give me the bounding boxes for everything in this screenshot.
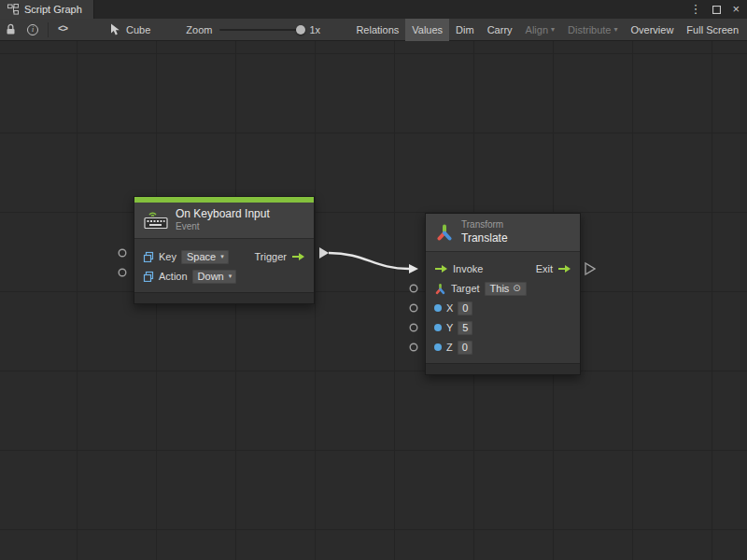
zoom-value: 1x xyxy=(309,24,320,35)
node-header[interactable]: Transform Translate xyxy=(426,214,580,252)
action-dropdown[interactable]: Down ▾ xyxy=(192,270,237,284)
y-field[interactable]: 5 xyxy=(458,321,472,335)
node-footer xyxy=(426,363,580,374)
enum-icon xyxy=(143,251,154,262)
number-port-icon xyxy=(434,343,442,351)
translate-node[interactable]: Transform Translate Invoke Exit xyxy=(425,213,581,375)
graph-target-group[interactable]: Cube xyxy=(110,23,150,35)
dim-button[interactable]: Dim xyxy=(449,19,481,41)
more-menu-icon[interactable]: ⋮ xyxy=(689,0,701,19)
relations-button[interactable]: Relations xyxy=(349,19,405,41)
number-port-icon xyxy=(434,324,442,331)
maximize-icon[interactable] xyxy=(712,6,721,14)
script-graph-window: Script Graph ⋮ × i <> Cube xyxy=(0,0,747,560)
action-row: Action Down ▾ xyxy=(134,267,314,287)
invoke-row: Invoke Exit xyxy=(426,259,580,279)
graph-canvas[interactable]: On Keyboard Input Event Key Space ▾ xyxy=(0,41,747,560)
action-label: Action xyxy=(159,271,188,282)
graph-icon xyxy=(7,4,19,15)
graph-target-label: Cube xyxy=(126,24,150,35)
exit-output-port[interactable] xyxy=(585,263,595,274)
node-title: On Keyboard Input xyxy=(176,207,270,221)
trigger-label: Trigger xyxy=(255,251,287,262)
flow-arrow-icon xyxy=(291,252,305,261)
zoom-slider-handle[interactable] xyxy=(296,25,305,35)
trigger-output-port[interactable] xyxy=(319,247,329,259)
object-picker-icon: ⊙ xyxy=(513,283,520,293)
window-controls: ⋮ × xyxy=(689,0,747,19)
node-subtitle: Event xyxy=(176,221,270,233)
align-button[interactable]: Align▾ xyxy=(519,19,561,41)
node-category: Transform xyxy=(461,219,508,231)
key-row: Key Space ▾ Trigger xyxy=(134,247,314,267)
keyboard-icon xyxy=(144,210,168,230)
fullscreen-button[interactable]: Full Screen xyxy=(680,19,745,41)
overview-button[interactable]: Overview xyxy=(625,19,681,41)
tab-label: Script Graph xyxy=(24,4,82,15)
node-body: Invoke Exit xyxy=(426,252,580,363)
wire-arrowhead-icon xyxy=(409,264,418,273)
code-preview-icon[interactable]: <> xyxy=(52,19,73,41)
flow-arrow-icon xyxy=(557,264,571,273)
x-field[interactable]: 0 xyxy=(458,301,472,315)
node-footer xyxy=(134,292,314,303)
node-body: Key Space ▾ Trigger xyxy=(134,239,314,292)
action-input-port[interactable] xyxy=(119,269,126,276)
values-button[interactable]: Values xyxy=(405,19,449,41)
invoke-label: Invoke xyxy=(453,263,483,274)
zoom-slider-track[interactable] xyxy=(219,29,302,31)
trigger-invoke-wire[interactable] xyxy=(329,253,409,269)
transform-icon xyxy=(435,223,454,242)
z-field[interactable]: 0 xyxy=(458,341,472,355)
target-input-port[interactable] xyxy=(410,285,417,292)
zoom-slider[interactable] xyxy=(219,23,302,36)
node-header[interactable]: On Keyboard Input Event xyxy=(134,203,314,239)
key-label: Key xyxy=(159,251,176,262)
target-value-chip[interactable]: This ⊙ xyxy=(485,282,527,296)
titlebar: Script Graph ⋮ × xyxy=(0,0,747,19)
close-icon[interactable]: × xyxy=(732,0,740,19)
carry-button[interactable]: Carry xyxy=(481,19,519,41)
chevron-down-icon: ▾ xyxy=(551,26,555,34)
toolbar-divider xyxy=(48,22,49,37)
on-keyboard-input-node[interactable]: On Keyboard Input Event Key Space ▾ xyxy=(134,196,315,304)
exit-label: Exit xyxy=(536,263,553,274)
target-label: Target xyxy=(451,283,480,294)
toolbar: i <> Cube Zoom 1x Relations Values Dim C… xyxy=(0,19,747,41)
cursor-icon xyxy=(110,23,120,35)
y-label: Y xyxy=(446,322,453,333)
zoom-group: Zoom 1x xyxy=(186,23,320,36)
zoom-label: Zoom xyxy=(186,24,212,35)
x-row: X 0 xyxy=(426,299,580,318)
chevron-down-icon: ▾ xyxy=(229,273,233,279)
x-label: X xyxy=(446,302,453,314)
distribute-button[interactable]: Distribute▾ xyxy=(561,19,624,41)
info-icon[interactable]: i xyxy=(21,19,44,41)
tab-script-graph[interactable]: Script Graph xyxy=(0,0,94,19)
number-port-icon xyxy=(434,304,442,312)
chevron-down-icon: ▾ xyxy=(220,253,224,259)
z-input-port[interactable] xyxy=(410,343,417,351)
axis-icon xyxy=(434,283,446,295)
key-dropdown[interactable]: Space ▾ xyxy=(181,250,229,264)
y-input-port[interactable] xyxy=(410,324,417,331)
enum-icon xyxy=(143,271,154,282)
y-row: Y 5 xyxy=(426,318,580,338)
node-title: Translate xyxy=(461,231,508,245)
toolbar-buttons: Relations Values Dim Carry Align▾ Distri… xyxy=(349,19,747,41)
flow-arrow-icon xyxy=(434,264,448,273)
z-row: Z 0 xyxy=(426,338,580,357)
target-row: Target This ⊙ xyxy=(426,279,580,299)
chevron-down-icon: ▾ xyxy=(614,26,618,34)
key-input-port[interactable] xyxy=(119,249,126,257)
wires-layer xyxy=(0,41,747,560)
lock-icon[interactable] xyxy=(0,19,21,41)
z-label: Z xyxy=(446,342,453,353)
x-input-port[interactable] xyxy=(410,304,417,312)
